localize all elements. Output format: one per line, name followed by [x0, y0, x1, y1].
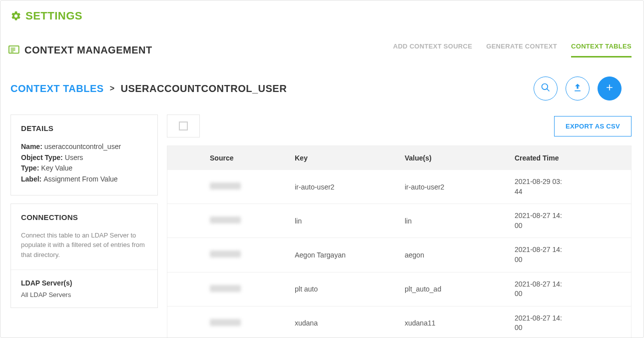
- table-row[interactable]: Aegon Targayanaegon2021-08-27 14:00: [167, 238, 631, 272]
- created-cell: 2021-08-27 14:00: [515, 245, 631, 264]
- connections-desc: Connect this table to an LDAP Server to …: [11, 230, 157, 270]
- key-cell: Aegon Targayan: [295, 251, 405, 259]
- details-name-value: useraccountcontrol_user: [44, 142, 121, 150]
- th-key[interactable]: Key: [295, 154, 405, 162]
- value-cell: aegon: [405, 251, 515, 259]
- created-cell: 2021-08-29 03:44: [515, 177, 631, 196]
- th-created[interactable]: Created Time: [515, 154, 631, 162]
- details-label-label: Label:: [21, 175, 41, 183]
- context-table: Source Key Value(s) Created Time ir-auto…: [167, 146, 632, 338]
- source-cell: [210, 182, 241, 190]
- context-icon: [8, 46, 19, 54]
- ldap-servers-label: LDAP Server(s): [21, 279, 147, 287]
- key-cell: xudana: [295, 319, 405, 327]
- key-cell: lin: [295, 217, 405, 225]
- export-csv-button[interactable]: EXPORT AS CSV: [554, 116, 632, 136]
- section-title: CONTEXT MANAGEMENT: [24, 44, 152, 56]
- key-cell: plt auto: [295, 285, 405, 293]
- details-label-value: Assignment From Value: [43, 175, 117, 183]
- connections-card: CONNECTIONS Connect this table to an LDA…: [10, 204, 158, 308]
- plus-icon: [605, 82, 615, 94]
- search-icon: [541, 82, 551, 94]
- source-cell: [210, 285, 241, 292]
- gear-icon: [10, 10, 21, 22]
- created-cell: 2021-08-27 14:00: [515, 280, 631, 299]
- tab-bar: ADD CONTEXT SOURCE GENERATE CONTEXT CONT…: [393, 42, 632, 58]
- breadcrumb-separator: >: [110, 84, 115, 93]
- table-header: Source Key Value(s) Created Time: [167, 146, 631, 170]
- table-row[interactable]: plt autoplt_auto_ad2021-08-27 14:00: [167, 272, 631, 306]
- th-value[interactable]: Value(s): [405, 154, 515, 162]
- select-all-wrap[interactable]: [167, 114, 200, 138]
- settings-label: SETTINGS: [25, 10, 82, 22]
- source-cell: [210, 250, 241, 258]
- details-card: DETAILS Name:useraccountcontrol_user Obj…: [10, 114, 158, 196]
- value-cell: ir-auto-user2: [405, 183, 515, 191]
- search-button[interactable]: [534, 76, 558, 100]
- details-type-value: Key Value: [41, 164, 72, 172]
- details-name-label: Name:: [21, 142, 42, 150]
- table-row[interactable]: ir-auto-user2ir-auto-user22021-08-29 03:…: [167, 170, 631, 204]
- table-row[interactable]: linlin2021-08-27 14:00: [167, 204, 631, 238]
- page-title: SETTINGS: [10, 10, 632, 22]
- breadcrumb: CONTEXT TABLES > USERACCOUNTCONTROL_USER: [10, 83, 287, 94]
- value-cell: xudana11: [405, 319, 515, 327]
- select-all-checkbox[interactable]: [179, 122, 188, 130]
- details-objtype-label: Object Type:: [21, 154, 63, 162]
- upload-button[interactable]: [566, 76, 590, 100]
- created-cell: 2021-08-27 14:00: [515, 211, 631, 230]
- tab-add-context-source[interactable]: ADD CONTEXT SOURCE: [393, 42, 473, 58]
- created-cell: 2021-08-27 14:00: [515, 314, 631, 333]
- details-objtype-value: Users: [65, 154, 83, 162]
- breadcrumb-parent[interactable]: CONTEXT TABLES: [10, 83, 104, 94]
- svg-rect-6: [575, 90, 581, 92]
- add-button[interactable]: [598, 76, 622, 100]
- svg-line-5: [547, 89, 550, 92]
- details-title: DETAILS: [11, 115, 157, 142]
- tab-context-tables[interactable]: CONTEXT TABLES: [571, 42, 632, 58]
- key-cell: ir-auto-user2: [295, 183, 405, 191]
- upload-icon: [573, 82, 583, 94]
- tab-generate-context[interactable]: GENERATE CONTEXT: [486, 42, 557, 58]
- ldap-servers-value: All LDAP Servers: [21, 291, 147, 298]
- breadcrumb-current: USERACCOUNTCONTROL_USER: [120, 83, 287, 94]
- svg-point-4: [542, 84, 548, 90]
- value-cell: plt_auto_ad: [405, 285, 515, 293]
- value-cell: lin: [405, 217, 515, 225]
- th-source[interactable]: Source: [195, 154, 295, 162]
- source-cell: [210, 319, 241, 326]
- connections-title: CONNECTIONS: [11, 204, 157, 230]
- source-cell: [210, 216, 241, 224]
- details-type-label: Type:: [21, 164, 39, 172]
- table-row[interactable]: xudanaxudana112021-08-27 14:00: [167, 306, 631, 338]
